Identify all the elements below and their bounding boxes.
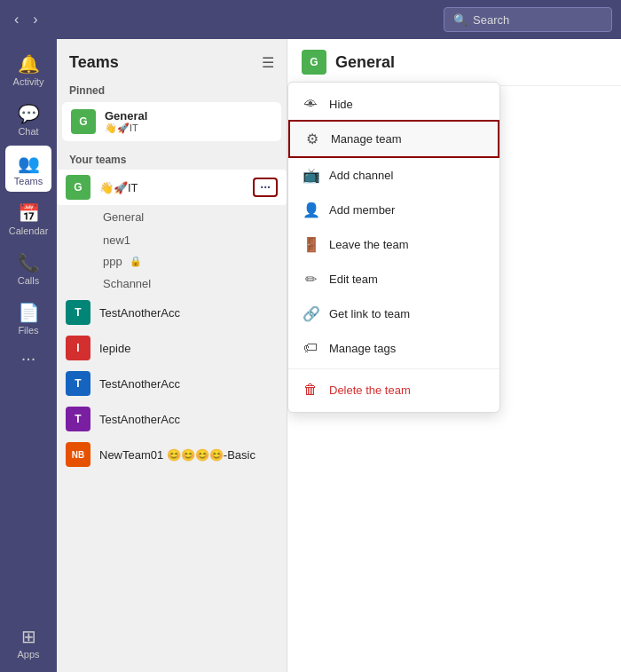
- add-channel-icon: 📺: [303, 167, 318, 184]
- context-menu: 👁 Hide ⚙ Manage team 📺 Add channel 👤 Add…: [287, 82, 500, 413]
- dropdown-leave-team[interactable]: 🚪 Leave the team: [288, 227, 499, 262]
- newteam01-name: NewTeam01 😊😊😊😊-Basic: [99, 448, 278, 462]
- testanother2-avatar: T: [66, 371, 90, 396]
- team-row-it[interactable]: G 👋🚀IT ···: [57, 170, 287, 205]
- sidebar-item-chat[interactable]: 💬 Chat: [5, 96, 51, 142]
- edit-team-icon: ✏: [303, 271, 318, 288]
- team-row-testanother2[interactable]: T TestAnotherAcc: [57, 366, 287, 401]
- search-icon: 🔍: [453, 13, 468, 27]
- sidebar-item-label: Calls: [18, 275, 39, 286]
- dropdown-add-member[interactable]: 👤 Add member: [288, 193, 499, 227]
- back-button[interactable]: ‹: [9, 8, 24, 31]
- channel-new1-name: new1: [103, 233, 130, 247]
- apps-icon: ⊞: [21, 626, 36, 647]
- pinned-team-item[interactable]: G General 👋🚀IT: [62, 102, 281, 141]
- sidebar-item-label: Apps: [17, 649, 39, 660]
- nav-arrows: ‹ ›: [9, 8, 43, 31]
- activity-icon: 🔔: [18, 53, 40, 75]
- pinned-team-sub: 👋🚀IT: [105, 123, 147, 134]
- pinned-team-info: General 👋🚀IT: [105, 109, 147, 134]
- channel-general[interactable]: General: [57, 205, 287, 228]
- testanother2-name: TestAnotherAcc: [99, 377, 278, 391]
- sidebar-item-activity[interactable]: 🔔 Activity: [5, 46, 51, 92]
- channel-ppp[interactable]: ppp 🔒: [57, 251, 287, 272]
- manage-tags-icon: 🏷: [303, 340, 318, 356]
- calendar-icon: 📅: [18, 202, 40, 224]
- dropdown-hide-label: Hide: [329, 98, 353, 111]
- sidebar-more-button[interactable]: ···: [21, 348, 36, 368]
- main-layout: 🔔 Activity 💬 Chat 👥 Teams 📅 Calendar 📞 C…: [0, 39, 621, 672]
- dropdown-manage-team-label: Manage team: [331, 132, 402, 146]
- dropdown-divider: [288, 368, 499, 369]
- teams-icon: 👥: [18, 153, 40, 174]
- dropdown-edit-team[interactable]: ✏ Edit team: [288, 262, 499, 296]
- dropdown-hide[interactable]: 👁 Hide: [288, 88, 499, 120]
- delete-team-icon: 🗑: [303, 382, 318, 398]
- search-placeholder: Search: [473, 13, 509, 27]
- it-team-name: 👋🚀IT: [99, 181, 244, 194]
- dropdown-get-link-label: Get link to team: [329, 307, 410, 320]
- filter-icon[interactable]: ☰: [262, 54, 274, 71]
- team-row-testanother3[interactable]: T TestAnotherAcc: [57, 401, 287, 437]
- content-channel-avatar: G: [302, 50, 326, 75]
- sidebar-item-label: Files: [18, 325, 38, 336]
- chat-icon: 💬: [18, 103, 40, 124]
- dropdown-add-channel-label: Add channel: [329, 169, 393, 182]
- team-more-button[interactable]: ···: [253, 178, 278, 197]
- files-icon: 📄: [18, 302, 40, 323]
- iepide-name: Iepide: [99, 342, 278, 355]
- testanother1-avatar: T: [66, 300, 90, 325]
- search-bar[interactable]: 🔍 Search: [444, 7, 612, 32]
- sidebar-item-calendar[interactable]: 📅 Calendar: [5, 195, 51, 241]
- hide-icon: 👁: [303, 97, 318, 111]
- dropdown-manage-tags[interactable]: 🏷 Manage tags: [288, 331, 499, 365]
- dropdown-delete-team-label: Delete the team: [329, 383, 411, 397]
- sidebar-item-calls[interactable]: 📞 Calls: [5, 245, 51, 291]
- lock-icon: 🔒: [130, 256, 142, 267]
- dropdown-get-link[interactable]: 🔗 Get link to team: [288, 296, 499, 331]
- dropdown-leave-team-label: Leave the team: [329, 238, 409, 251]
- dropdown-manage-team[interactable]: ⚙ Manage team: [288, 120, 499, 158]
- dropdown-add-member-label: Add member: [329, 203, 395, 217]
- testanother1-name: TestAnotherAcc: [99, 306, 278, 320]
- content-header: G General: [287, 39, 621, 86]
- top-bar: ‹ › 🔍 Search: [0, 0, 621, 39]
- forward-button[interactable]: ›: [28, 8, 43, 31]
- teams-panel: Teams ☰ Pinned G General 👋🚀IT Your teams…: [57, 39, 287, 672]
- dropdown-delete-team[interactable]: 🗑 Delete the team: [288, 373, 499, 407]
- sidebar-item-files[interactable]: 📄 Files: [5, 295, 51, 341]
- dropdown-edit-team-label: Edit team: [329, 273, 378, 286]
- sidebar-item-label: Calendar: [9, 225, 49, 236]
- sidebar-item-label: Chat: [18, 126, 38, 137]
- channel-new1[interactable]: new1: [57, 228, 287, 251]
- channel-general-name: General: [103, 210, 144, 224]
- pinned-team-avatar: G: [71, 109, 96, 134]
- get-link-icon: 🔗: [303, 305, 318, 322]
- pinned-section-label: Pinned: [57, 81, 287, 100]
- manage-team-icon: ⚙: [304, 130, 320, 147]
- testanother3-name: TestAnotherAcc: [99, 413, 278, 426]
- pinned-team-name: General: [105, 109, 147, 123]
- team-row-testanother1[interactable]: T TestAnotherAcc: [57, 295, 287, 330]
- iepide-avatar: I: [66, 336, 90, 360]
- testanother3-avatar: T: [66, 407, 90, 431]
- your-teams-label: Your teams: [57, 150, 287, 170]
- newteam01-avatar: NB: [66, 442, 90, 467]
- sidebar-item-label: Teams: [14, 176, 43, 186]
- sidebar-item-apps[interactable]: ⊞ Apps: [5, 619, 51, 665]
- add-member-icon: 👤: [303, 202, 318, 218]
- sidebar-item-teams[interactable]: 👥 Teams: [5, 146, 51, 192]
- team-row-newteam01[interactable]: NB NewTeam01 😊😊😊😊-Basic: [57, 437, 287, 472]
- your-teams-section: Your teams G 👋🚀IT ··· General new1 ppp 🔒…: [57, 143, 287, 472]
- calls-icon: 📞: [18, 252, 40, 273]
- dropdown-manage-tags-label: Manage tags: [329, 342, 396, 355]
- channel-schannel[interactable]: Schannel: [57, 272, 287, 295]
- content-area: G General 👁 Hide ⚙ Manage team 📺 Add cha…: [287, 39, 621, 672]
- leave-team-icon: 🚪: [303, 236, 318, 253]
- sidebar-item-label: Activity: [13, 76, 44, 87]
- it-team-avatar: G: [66, 175, 90, 200]
- content-channel-name: General: [335, 53, 395, 72]
- teams-title: Teams: [69, 53, 119, 72]
- dropdown-add-channel[interactable]: 📺 Add channel: [288, 158, 499, 193]
- team-row-iepide[interactable]: I Iepide: [57, 330, 287, 366]
